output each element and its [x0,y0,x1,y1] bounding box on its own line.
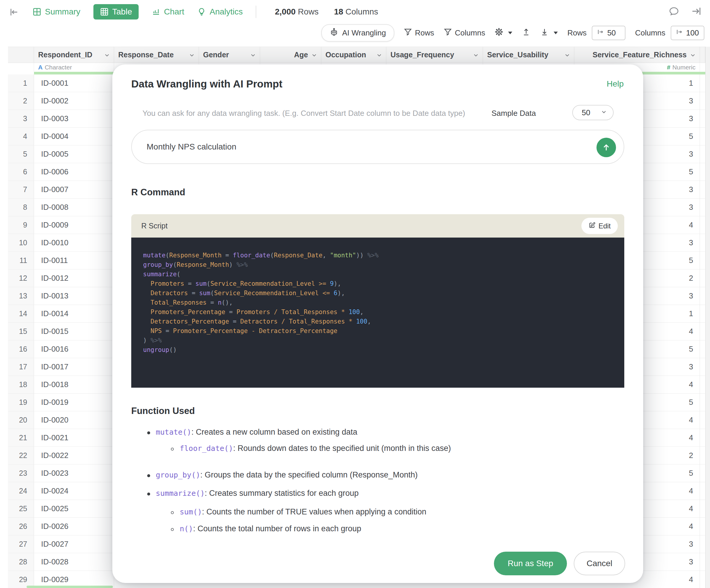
tab-analytics-label: Analytics [210,7,243,17]
tab-chart[interactable]: Chart [152,7,184,17]
column-header-service_usability[interactable]: Service_Usability [483,47,574,63]
cell-respondent-id[interactable]: ID-0020 [34,411,114,429]
column-header-occupation[interactable]: Occupation [321,47,386,63]
partial-cell [700,110,705,128]
chevron-down-icon[interactable] [376,52,382,60]
tab-analytics[interactable]: Analytics [197,7,243,17]
function-list-item: summarize() : Creates summary statistics… [156,489,358,498]
partial-cell [700,269,705,287]
chevron-down-icon [508,32,512,34]
chevron-down-icon[interactable] [564,52,570,60]
column-header-usage_frequency[interactable]: Usage_Frequency [386,47,483,63]
tab-chart-label: Chart [164,7,184,17]
cell-respondent-id[interactable]: ID-0016 [34,340,114,358]
cell-respondent-id[interactable]: ID-0019 [34,394,114,411]
column-header-response_date[interactable]: Response_Date [114,47,199,63]
cell-respondent-id[interactable]: ID-0011 [34,252,114,269]
row-number: 26 [8,518,34,535]
column-type-character: ACharacter [34,63,114,72]
function-list-item: sum() : Counts the number of TRUE values… [180,507,426,516]
funnel-icon [404,28,412,38]
cell-respondent-id[interactable]: ID-0006 [34,163,114,181]
cell-respondent-id[interactable]: ID-0027 [34,535,114,553]
rows-limit-input[interactable]: 50 [592,26,625,40]
cell-respondent-id[interactable]: ID-0021 [34,429,114,447]
cell-respondent-id[interactable]: ID-0007 [34,181,114,199]
cell-respondent-id[interactable]: ID-0024 [34,482,114,500]
cell-respondent-id[interactable]: ID-0015 [34,323,114,340]
help-link[interactable]: Help [607,79,624,89]
toolbar-divider [256,6,256,18]
submit-prompt-button[interactable] [596,138,616,157]
row-number: 3 [8,110,34,128]
row-number: 12 [8,269,34,287]
partial-cell [700,394,705,411]
cell-respondent-id[interactable]: ID-0026 [34,518,114,535]
ai-wrangling-button[interactable]: AI Wrangling [321,24,394,42]
cell-respondent-id[interactable]: ID-0028 [34,553,114,571]
cell-respondent-id[interactable]: ID-0008 [34,199,114,216]
code-line: mutate(Response_Month = floor_date(Respo… [143,250,624,260]
cell-respondent-id[interactable]: ID-0009 [34,216,114,234]
prompt-input[interactable]: Monthly NPS calculation [131,130,624,164]
top-toolbar: Summary Table Chart Analytics 2,000 Rows… [0,0,710,24]
row-number: 15 [8,323,34,340]
column-header-service_feature_richness[interactable]: Service_Feature_Richness [574,47,700,63]
comment-icon[interactable] [669,6,679,18]
row-number: 5 [8,145,34,163]
r-script-code[interactable]: mutate(Response_Month = floor_date(Respo… [131,238,624,388]
cell-respondent-id[interactable]: ID-0022 [34,447,114,465]
expand-right-icon[interactable] [691,6,702,18]
settings-menu-button[interactable] [495,27,512,39]
partial-cell [700,145,705,163]
chevron-down-icon[interactable] [311,52,317,60]
chevron-down-icon[interactable] [690,52,696,60]
horizontal-scrollbar-thumb[interactable] [27,586,113,588]
column-type-label: Numeric [672,64,695,71]
cell-respondent-id[interactable]: ID-0010 [34,234,114,252]
cell-respondent-id[interactable]: ID-0012 [34,269,114,287]
download-menu-button[interactable] [540,27,558,39]
tab-table[interactable]: Table [93,4,139,20]
cell-respondent-id[interactable]: ID-0003 [34,110,114,128]
cell-respondent-id[interactable]: ID-0005 [34,145,114,163]
row-count: 2,000 Rows [275,7,318,17]
column-header-respondent_id[interactable]: Respondent_ID [34,47,114,63]
r-script-label: R Script [141,222,168,230]
cell-respondent-id[interactable]: ID-0023 [34,465,114,482]
edit-script-button[interactable]: Edit [582,218,618,234]
list-bullet [147,474,150,477]
upload-button[interactable] [522,27,530,39]
partial-cell [700,92,705,110]
cell-respondent-id[interactable]: ID-0013 [34,287,114,305]
sample-data-select[interactable]: 50 [572,105,614,120]
cell-respondent-id[interactable]: ID-0018 [34,376,114,394]
row-number: 13 [8,287,34,305]
partial-cell [700,482,705,500]
partial-cell [700,358,705,376]
columns-limit-input[interactable]: 100 [671,26,704,40]
vertical-scrollbar[interactable] [705,47,710,588]
chevron-down-icon[interactable] [189,52,195,60]
row-number: 23 [8,465,34,482]
filter-rows-button[interactable]: Rows [404,28,434,38]
cancel-button[interactable]: Cancel [574,552,625,575]
row-number: 6 [8,163,34,181]
cell-respondent-id[interactable]: ID-0004 [34,128,114,145]
column-header-age[interactable]: Age [260,47,321,63]
chevron-down-icon[interactable] [473,52,479,60]
column-header-gender[interactable]: Gender [199,47,260,63]
filter-columns-button[interactable]: Columns [444,28,486,38]
cell-respondent-id[interactable]: ID-0014 [34,305,114,323]
tab-summary[interactable]: Summary [32,7,80,17]
function-name: summarize() [156,489,205,497]
cell-respondent-id[interactable]: ID-0002 [34,92,114,110]
chevron-down-icon[interactable] [250,52,256,60]
run-as-step-button[interactable]: Run as Step [494,552,567,575]
list-bullet [147,493,150,495]
list-bullet [171,528,174,531]
cell-respondent-id[interactable]: ID-0017 [34,358,114,376]
cell-respondent-id[interactable]: ID-0001 [34,74,114,92]
cell-respondent-id[interactable]: ID-0025 [34,500,114,518]
chevron-down-icon[interactable] [104,52,110,60]
